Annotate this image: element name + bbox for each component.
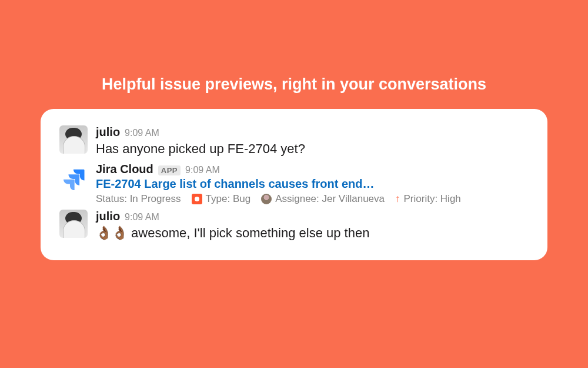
message: Jira Cloud APP 9:09 AM FE-2704 Large lis… [59,163,529,205]
message-header: Jira Cloud APP 9:09 AM [96,163,529,176]
message-text: Has anyone picked up FE-2704 yet? [96,140,529,158]
assignee-avatar-icon [261,194,272,204]
conversation-card: julio 9:09 AM Has anyone picked up FE-27… [41,109,547,260]
author-name[interactable]: Jira Cloud [96,163,153,176]
issue-status-label: Status: In Progress [96,193,181,205]
bug-icon [192,194,202,204]
issue-priority-label: Priority: High [404,193,461,205]
issue-status: Status: In Progress [96,193,181,205]
message-body: julio 9:09 AM 👌🏾👌🏾 awesome, I'll pick so… [96,210,529,242]
issue-meta-row: Status: In Progress Type: Bug Assignee: … [96,193,529,205]
author-name[interactable]: julio [96,125,120,139]
message: julio 9:09 AM Has anyone picked up FE-27… [59,125,529,158]
issue-priority: ↑ Priority: High [395,193,461,205]
jira-icon [62,168,85,190]
issue-assignee: Assignee: Jer Villanueva [261,193,385,205]
message-text: 👌🏾👌🏾 awesome, I'll pick something else u… [96,224,529,242]
issue-type-label: Type: Bug [206,193,251,205]
message-header: julio 9:09 AM [96,210,529,223]
page-headline: Helpful issue previews, right in your co… [102,75,486,94]
avatar[interactable] [59,125,88,154]
issue-type: Type: Bug [192,193,251,205]
issue-assignee-label: Assignee: Jer Villanueva [275,193,385,205]
author-name[interactable]: julio [96,210,120,223]
timestamp: 9:09 AM [125,212,159,223]
message-body: Jira Cloud APP 9:09 AM FE-2704 Large lis… [96,163,529,205]
message: julio 9:09 AM 👌🏾👌🏾 awesome, I'll pick so… [59,210,529,242]
app-badge: APP [158,165,181,175]
priority-high-icon: ↑ [395,194,400,204]
jira-app-avatar[interactable] [59,165,88,193]
avatar[interactable] [59,210,88,238]
timestamp: 9:09 AM [185,165,220,175]
issue-link[interactable]: FE-2704 Large list of channels causes fr… [96,177,529,191]
timestamp: 9:09 AM [125,128,159,138]
message-header: julio 9:09 AM [96,125,529,139]
message-body: julio 9:09 AM Has anyone picked up FE-27… [96,125,529,158]
